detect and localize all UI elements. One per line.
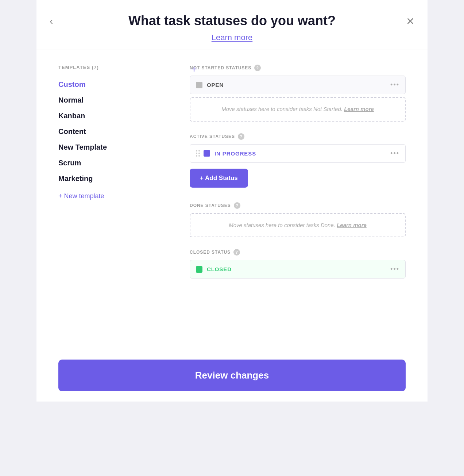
modal-footer: Review changes [36, 349, 428, 402]
back-button[interactable]: ‹ [50, 15, 53, 27]
statuses-panel: NOT STARTED STATUSES ? OPEN ••• Move sta… [190, 65, 406, 335]
sidebar-item-custom[interactable]: Custom [58, 77, 175, 92]
not-started-label: NOT STARTED STATUSES ? [190, 65, 406, 71]
review-changes-button[interactable]: Review changes [58, 360, 406, 391]
done-label: DONE STATUSES ? [190, 202, 406, 209]
learn-more-link[interactable]: Learn more [212, 33, 253, 42]
closed-status-more-button[interactable]: ••• [390, 265, 399, 273]
done-learn-link[interactable]: Learn more [337, 222, 367, 228]
status-row-open: OPEN ••• [190, 76, 406, 94]
sidebar-item-scrum[interactable]: Scrum [58, 155, 175, 171]
closed-label: CLOSED STATUS ? [190, 249, 406, 256]
closed-section: CLOSED STATUS ? CLOSED ••• [190, 249, 406, 279]
templates-section-label: TEMPLATES (7) [58, 65, 175, 70]
sidebar-item-kanban[interactable]: Kanban [58, 108, 175, 124]
sidebar-item-new-template[interactable]: New Template [58, 139, 175, 155]
active-label: ACTIVE STATUSES ? [190, 133, 406, 140]
done-section: DONE STATUSES ? Move statuses here to co… [190, 202, 406, 238]
add-template-plus-button[interactable]: + [191, 63, 197, 75]
closed-status-name: CLOSED [207, 266, 390, 272]
sidebar-item-marketing[interactable]: Marketing [58, 171, 175, 187]
add-status-button[interactable]: + Add Status [190, 169, 248, 188]
in-progress-status-name: IN PROGRESS [214, 150, 390, 157]
modal-container: ‹ What task statuses do you want? Learn … [36, 0, 428, 402]
main-content: TEMPLATES (7) Custom Normal Kanban Conte… [36, 50, 428, 349]
active-help-icon[interactable]: ? [238, 133, 244, 140]
done-placeholder: Move statuses here to consider tasks Don… [190, 213, 406, 238]
closed-help-icon[interactable]: ? [233, 249, 240, 256]
done-help-icon[interactable]: ? [234, 202, 240, 209]
not-started-section: NOT STARTED STATUSES ? OPEN ••• Move sta… [190, 65, 406, 122]
modal-header: ‹ What task statuses do you want? Learn … [36, 0, 428, 50]
not-started-learn-link[interactable]: Learn more [344, 106, 374, 112]
page-title: What task statuses do you want? [54, 13, 410, 28]
drag-handle-in-progress[interactable] [196, 150, 200, 157]
open-color-dot [196, 82, 202, 88]
not-started-help-icon[interactable]: ? [254, 65, 261, 71]
open-status-name: OPEN [207, 82, 390, 88]
status-row-in-progress: IN PROGRESS ••• [190, 144, 406, 163]
close-button[interactable]: ✕ [406, 15, 414, 27]
sidebar-item-normal[interactable]: Normal [58, 92, 175, 108]
templates-panel: TEMPLATES (7) Custom Normal Kanban Conte… [58, 65, 175, 335]
status-row-closed: CLOSED ••• [190, 260, 406, 279]
active-section: ACTIVE STATUSES ? IN PROGRESS ••• + Add … [190, 133, 406, 191]
new-template-button[interactable]: + New template [58, 192, 104, 200]
closed-color-dot [196, 266, 202, 273]
templates-header-row: TEMPLATES (7) Custom Normal Kanban Conte… [58, 65, 175, 200]
not-started-placeholder: Move statuses here to consider tasks Not… [190, 97, 406, 122]
open-status-more-button[interactable]: ••• [390, 81, 399, 89]
in-progress-color-dot [204, 150, 210, 157]
template-list: Custom Normal Kanban Content New Templat… [58, 77, 175, 187]
in-progress-status-more-button[interactable]: ••• [390, 150, 399, 157]
sidebar-item-content[interactable]: Content [58, 124, 175, 139]
